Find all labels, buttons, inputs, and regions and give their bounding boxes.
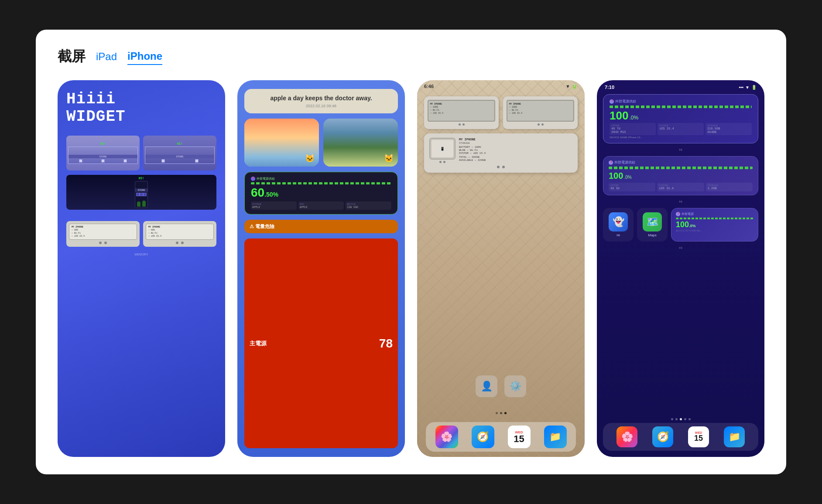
s2-battery-label: 外部電源供給 bbox=[257, 177, 275, 181]
s4-dot-4 bbox=[684, 418, 686, 420]
s2-date: 2022.02.16 09:48 bbox=[250, 104, 392, 108]
s4-app-maps: 🗺️ Maps bbox=[637, 208, 668, 242]
s4-power-widget-large: ❓ 外部電源供給 100 .0% UPTIME 4G 7d bbox=[603, 94, 758, 143]
s3-photos-icon[interactable]: 🌸 bbox=[435, 426, 458, 448]
s4-power-value: 100 bbox=[610, 110, 628, 121]
s3-safari-icon[interactable]: 🧭 bbox=[472, 426, 494, 448]
s4-app-hi-label: Hi bbox=[616, 233, 620, 237]
s2-main-widget: 主電源 78 bbox=[244, 238, 398, 448]
s4-stat-system: SYSTEM iOS 15.4 bbox=[658, 123, 704, 135]
s2-photo-2: 🐱 bbox=[323, 119, 398, 167]
s1-widget-store-2: HI! STORE bbox=[143, 136, 216, 170]
s1-retro-widget-1: MY IPHONE — 99% — Wi-Fi — iOS 15.4 bbox=[66, 221, 140, 247]
s2-warning-label: ⚠ 電量危險 bbox=[250, 223, 274, 230]
s3-time: 6:46 bbox=[424, 84, 434, 89]
s1-retro-widget-2: MY IPHONE — 99% — Wi-Fi — iOS 15.4 bbox=[143, 221, 216, 247]
header: 截屏 iPad iPhone bbox=[58, 47, 764, 66]
s2-battery-unit: .50% bbox=[264, 191, 278, 198]
s3-mac-2: MY IPHONE — 100% — Wi-Fi — iOS 15.4 bbox=[503, 96, 578, 129]
s4-power-unit: .0% bbox=[629, 115, 638, 121]
page-title: 截屏 bbox=[58, 47, 86, 66]
s4-power-widget-medium: ❓ 外部電源供給 100 .0% UPTIME 4G 3d bbox=[603, 156, 758, 195]
s2-main-value: 78 bbox=[379, 337, 393, 350]
s4-device-name: DEVICE NAME iPhone 13... bbox=[610, 136, 752, 139]
s3-dock: 🌸 🧭 WED 15 📁 bbox=[417, 417, 585, 457]
s4-power-label-2: 外部電源供給 bbox=[614, 160, 635, 165]
s4-dot-2 bbox=[675, 418, 678, 420]
s4-time: 7:10 bbox=[605, 85, 614, 90]
s2-quote-widget: apple a day keeps the doctor away. 2022.… bbox=[244, 89, 398, 113]
s1-widget-night-store: HI! STORE bbox=[66, 175, 216, 210]
s4-dock-calendar[interactable]: WED 15 bbox=[688, 426, 709, 447]
s2-main-label: 主電源 bbox=[250, 340, 267, 347]
s4-mini-power-sub: 旅行行充 4G PI 20W 492... bbox=[676, 229, 754, 232]
s4-dock-safari[interactable]: 🧭 bbox=[652, 426, 673, 447]
s4-page-dots bbox=[597, 415, 764, 423]
s4-status-icons: ••• ▼ 🔋 bbox=[739, 85, 757, 90]
s4-dot-1 bbox=[671, 418, 673, 420]
s3-status-bar: 6:46 ▼ 🔋 bbox=[417, 80, 585, 93]
s3-page-dots bbox=[417, 409, 585, 417]
s3-calendar-icon[interactable]: WED 15 bbox=[508, 426, 531, 448]
screenshot-4: 7:10 ••• ▼ 🔋 ❓ 外部電源供給 bbox=[597, 80, 764, 457]
s4-small-row: 👻 Hi 🗺️ Maps bbox=[603, 208, 758, 242]
screenshot-2: apple a day keeps the doctor away. 2022.… bbox=[237, 80, 405, 457]
s1-memory-label: MEMORY bbox=[66, 253, 216, 256]
s2-battery-value: 60 bbox=[251, 186, 264, 199]
s3-contacts-icon: 👤 bbox=[476, 375, 497, 397]
main-card: 截屏 iPad iPhone Hiiii WIDGET HI! STORE bbox=[36, 30, 786, 474]
s4-mini-power: ❓ 外部電源 100.0% 旅行行充 4G PI 20W 492... bbox=[671, 208, 758, 242]
s1-title: Hiiii WIDGET bbox=[66, 91, 216, 125]
s3-mac-large: 📱 MY IPHONE STORAGE BATTERY — 10 bbox=[424, 133, 578, 173]
s2-quote-text: apple a day keeps the doctor away. bbox=[250, 94, 392, 102]
screenshot-3: 6:46 ▼ 🔋 MY IPHONE — 100% — Wi-Fi — iOS … bbox=[417, 80, 585, 457]
s4-dock: 🌸 🧭 WED 15 📁 bbox=[603, 423, 758, 451]
tab-ipad[interactable]: iPad bbox=[96, 49, 117, 65]
s3-settings-icon: ⚙️ bbox=[504, 375, 526, 397]
s2-photo-1: 🐱 bbox=[244, 119, 319, 167]
screenshot-1: Hiiii WIDGET HI! STORE bbox=[58, 80, 225, 457]
tab-iphone[interactable]: iPhone bbox=[127, 48, 162, 65]
s1-widget-store-1: HI! STORE bbox=[66, 136, 140, 170]
s3-files-icon[interactable]: 📁 bbox=[544, 426, 567, 448]
s3-mac-1: MY IPHONE — 100% — Wi-Fi — iOS 15.4 bbox=[424, 96, 499, 129]
s4-dot-5 bbox=[688, 418, 691, 420]
s4-app-hi: 👻 Hi bbox=[603, 208, 634, 242]
s2-warning-widget: ⚠ 電量危險 bbox=[244, 220, 398, 233]
s4-stat-uptime: UPTIME 4G 7d 2044 M15 bbox=[610, 123, 656, 135]
s3-wifi-icon: ▼ 🔋 bbox=[565, 84, 578, 89]
s2-battery-widget: ❓ 外部電源供給 60.50% SYSTEM APPLE CPU bbox=[244, 172, 398, 215]
s4-power-label-text: 外部電源供給 bbox=[615, 99, 636, 104]
s4-dock-photos[interactable]: 🌸 bbox=[616, 426, 637, 447]
s4-dock-files[interactable]: 📁 bbox=[724, 426, 745, 447]
s4-status-bar: 7:10 ••• ▼ 🔋 bbox=[597, 80, 764, 92]
s4-dot-3 bbox=[680, 418, 682, 420]
s4-stat-storage: STORAGE 216.5GB 454GB bbox=[706, 123, 752, 135]
s4-app-maps-label: Maps bbox=[648, 233, 657, 237]
screenshots-container: Hiiii WIDGET HI! STORE bbox=[58, 80, 764, 457]
